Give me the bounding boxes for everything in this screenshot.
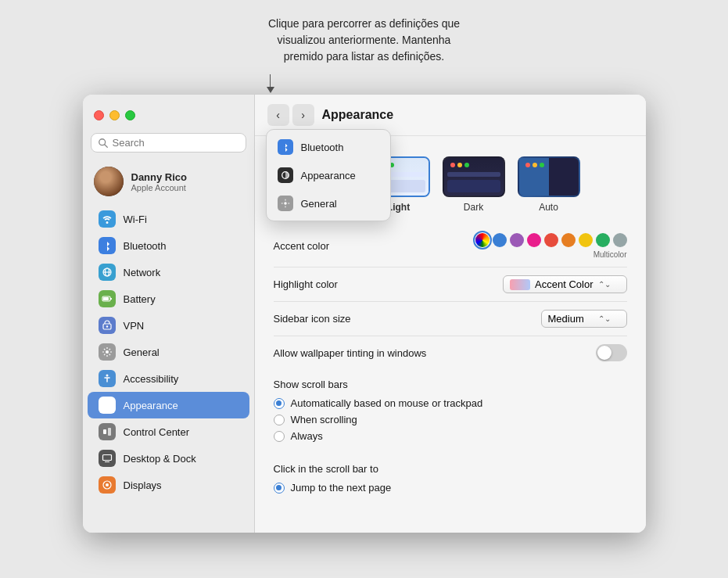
svg-point-10 (106, 350, 109, 354)
color-dot-green[interactable] (596, 233, 610, 247)
sidebar: Danny Rico Apple Account Wi-Fi Bluetooth… (83, 95, 255, 533)
scroll-bars-title: Show scroll bars (274, 379, 627, 390)
wallpaper-tinting-label: Allow wallpaper tinting in windows (274, 347, 427, 359)
network-icon (99, 264, 116, 281)
accessibility-icon (99, 370, 116, 387)
sidebar-label-bluetooth: Bluetooth (124, 240, 167, 252)
sidebar-item-vpn[interactable]: VPN (88, 312, 249, 339)
color-dot-purple[interactable] (510, 233, 524, 247)
radio-always[interactable] (274, 431, 285, 442)
desktop-icon (99, 450, 116, 467)
color-dot-pink[interactable] (527, 233, 541, 247)
sidebar-label-general: General (124, 346, 160, 358)
radio-scrolling[interactable] (274, 415, 285, 425)
appearance-options: Light Dark (349, 144, 646, 225)
color-dot-orange[interactable] (561, 233, 576, 247)
color-dot-yellow[interactable] (579, 233, 593, 247)
svg-rect-14 (108, 428, 111, 436)
dropdown-appearance-icon (278, 167, 293, 183)
displays-icon (99, 476, 116, 494)
sidebar-label-battery: Battery (124, 293, 156, 305)
minimize-button[interactable] (109, 110, 120, 120)
page-title: Appearance (322, 108, 394, 122)
radio-auto[interactable] (274, 398, 285, 409)
sidebar-label-wifi: Wi-Fi (124, 214, 147, 225)
dropdown-bluetooth-icon (278, 139, 293, 155)
dropdown-menu: Bluetooth Appearance General (266, 129, 391, 221)
sidebar-label-accessibility: Accessibility (124, 373, 179, 385)
click-scroll-label-jump: Jump to the next page (291, 482, 392, 494)
color-dot-multicolor[interactable] (475, 233, 490, 247)
color-dot-gray[interactable] (613, 233, 627, 247)
sidebar-label-controlcenter: Control Center (124, 426, 190, 438)
color-dot-blue[interactable] (493, 233, 507, 247)
sidebar-icon-size-row: Sidebar icon size Medium ⌃⌄ (274, 302, 627, 336)
accent-color-label: Accent color (274, 240, 330, 252)
sidebar-label-vpn: VPN (124, 320, 145, 332)
svg-rect-7 (110, 298, 112, 300)
sidebar-item-appearance[interactable]: Appearance (88, 392, 249, 418)
search-icon (98, 138, 109, 149)
svg-point-18 (106, 483, 109, 486)
sidebar-item-desktop[interactable]: Desktop & Dock (88, 445, 249, 472)
scroll-bars-section: Show scroll bars Automatically based on … (255, 369, 646, 454)
chevron-updown-icon: ⌃⌄ (598, 280, 611, 289)
general-icon (99, 343, 116, 361)
search-box[interactable] (91, 133, 246, 153)
click-scroll-option-jump[interactable]: Jump to the next page (274, 479, 627, 496)
close-button[interactable] (94, 110, 104, 120)
sidebar-item-displays[interactable]: Displays (88, 472, 249, 498)
click-scroll-section: Click in the scroll bar to Jump to the n… (255, 454, 646, 505)
appearance-option-auto[interactable]: Auto (518, 156, 580, 213)
sidebar-icon-size-select[interactable]: Medium ⌃⌄ (541, 310, 627, 328)
highlight-value: Accent Color (535, 278, 593, 290)
scroll-bars-label-scrolling: When scrolling (291, 414, 357, 425)
highlight-color-row: Highlight color Accent Color ⌃⌄ (274, 267, 627, 302)
sidebar-item-accessibility[interactable]: Accessibility (88, 365, 249, 392)
appearance-label-auto: Auto (539, 202, 558, 213)
radio-jump-page[interactable] (274, 483, 285, 494)
highlight-color-select[interactable]: Accent Color ⌃⌄ (503, 275, 626, 293)
appearance-label-dark: Dark (464, 202, 483, 213)
settings-window: Danny Rico Apple Account Wi-Fi Bluetooth… (83, 95, 646, 533)
user-section[interactable]: Danny Rico Apple Account (83, 160, 254, 206)
sidebar-item-bluetooth[interactable]: Bluetooth (88, 232, 249, 259)
svg-rect-6 (103, 297, 109, 300)
sidebar-item-battery[interactable]: Battery (88, 285, 249, 312)
color-dot-red[interactable] (544, 233, 558, 247)
svg-point-20 (284, 202, 286, 204)
search-input[interactable] (113, 137, 239, 149)
dropdown-item-appearance[interactable]: Appearance (267, 161, 390, 189)
back-button[interactable]: ‹ (267, 104, 289, 126)
scroll-bars-option-auto[interactable]: Automatically based on mouse or trackpad (274, 395, 627, 411)
sidebar-item-wifi[interactable]: Wi-Fi (88, 206, 249, 232)
forward-button[interactable]: › (292, 104, 314, 126)
dropdown-item-bluetooth[interactable]: Bluetooth (267, 133, 390, 161)
accent-color-control: Multicolor (475, 233, 627, 259)
sidebar-item-network[interactable]: Network (88, 259, 249, 285)
svg-point-11 (106, 375, 108, 377)
svg-point-9 (106, 325, 107, 327)
scroll-bars-option-always[interactable]: Always (274, 428, 627, 444)
wallpaper-tinting-toggle[interactable] (596, 344, 627, 361)
tooltip: Clique para percorrer as definições que … (268, 16, 460, 65)
sidebar-item-general[interactable]: General (88, 339, 249, 365)
svg-line-1 (104, 144, 107, 147)
maximize-button[interactable] (125, 110, 135, 120)
dropdown-item-general[interactable]: General (267, 189, 390, 217)
scroll-bars-label-always: Always (291, 430, 323, 442)
main-content: ‹ › Appearance Bluetooth Appearance (255, 95, 646, 533)
sidebar-item-controlcenter[interactable]: Control Center (88, 418, 249, 445)
wallpaper-tinting-row: Allow wallpaper tinting in windows (274, 336, 627, 369)
highlight-preview (510, 279, 530, 290)
user-info: Danny Rico Apple Account (131, 171, 188, 192)
wifi-icon (99, 210, 116, 228)
traffic-lights (83, 102, 254, 133)
controlcenter-icon (99, 423, 116, 440)
appearance-option-dark[interactable]: Dark (443, 156, 505, 213)
dropdown-general-icon (278, 196, 293, 211)
color-dots (475, 233, 627, 247)
sidebar-icon-size-label: Sidebar icon size (274, 313, 351, 325)
multicolor-label: Multicolor (594, 250, 627, 259)
scroll-bars-option-scrolling[interactable]: When scrolling (274, 411, 627, 428)
